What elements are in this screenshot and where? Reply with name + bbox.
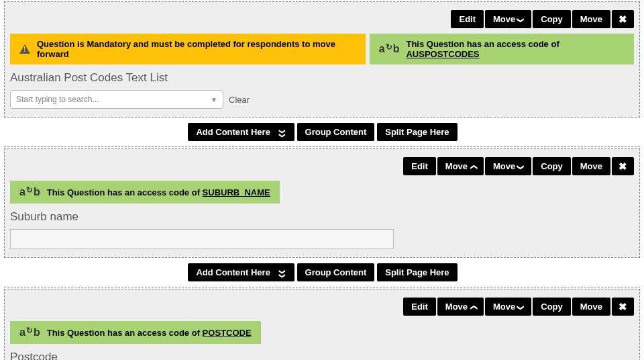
- chevron-down-icon: [518, 15, 523, 24]
- edit-button[interactable]: Edit: [451, 10, 484, 28]
- access-code-text: This Question has an access code of SUBU…: [47, 187, 270, 197]
- access-code-text: This Question has an access code of AUSP…: [406, 39, 625, 59]
- close-button[interactable]: ✖: [612, 157, 634, 175]
- access-code-icon: a↻b: [19, 326, 40, 339]
- question-section-3: Edit Move Move Copy Move ✖ a↻b This Ques…: [4, 289, 640, 360]
- warning-icon: [19, 44, 30, 54]
- question-title: Suburb name: [10, 210, 634, 224]
- copy-button[interactable]: Copy: [533, 157, 571, 175]
- split-page-button[interactable]: Split Page Here: [377, 123, 457, 141]
- banner-row: a↻b This Question has an access code of …: [10, 181, 634, 204]
- question-section-2: Edit Move Move Copy Move ✖ a↻b This Ques…: [4, 148, 640, 258]
- chevron-down-icon: [518, 162, 523, 171]
- mandatory-text: Question is Mandatory and must be comple…: [37, 39, 356, 59]
- banner-row: a↻b This Question has an access code of …: [10, 321, 634, 344]
- insert-actions-row: Add Content Here Group Content Split Pag…: [4, 258, 640, 287]
- edit-button[interactable]: Edit: [403, 298, 436, 316]
- suburb-name-input[interactable]: [10, 229, 394, 249]
- question-toolbar: Edit Move Copy Move ✖: [10, 7, 634, 34]
- clear-link[interactable]: Clear: [229, 95, 250, 105]
- double-chevron-down-icon: [278, 267, 286, 277]
- move-button[interactable]: Move: [572, 157, 610, 175]
- group-content-button[interactable]: Group Content: [297, 123, 375, 141]
- group-content-button[interactable]: Group Content: [297, 263, 375, 281]
- insert-actions-row: Add Content Here Group Content Split Pag…: [4, 118, 640, 147]
- banner-row: Question is Mandatory and must be comple…: [10, 34, 634, 64]
- edit-button[interactable]: Edit: [403, 157, 436, 175]
- split-page-button[interactable]: Split Page Here: [377, 263, 457, 281]
- close-icon: ✖: [619, 15, 627, 24]
- double-chevron-down-icon: [278, 127, 286, 137]
- chevron-up-icon: [470, 302, 476, 312]
- move-button[interactable]: Move: [572, 10, 610, 28]
- search-row: Start typing to search... ▼ Clear: [10, 90, 634, 109]
- close-icon: ✖: [619, 162, 627, 171]
- access-code-icon: a↻b: [379, 43, 400, 55]
- move-up-button[interactable]: Move: [437, 157, 484, 175]
- search-combobox[interactable]: Start typing to search... ▼: [10, 90, 223, 109]
- question-toolbar: Edit Move Move Copy Move ✖: [10, 295, 634, 321]
- add-content-button[interactable]: Add Content Here: [188, 123, 294, 141]
- move-up-button[interactable]: Move: [437, 298, 484, 316]
- close-button[interactable]: ✖: [612, 298, 634, 316]
- mandatory-banner: Question is Mandatory and must be comple…: [10, 34, 366, 64]
- access-code-link[interactable]: SUBURB_NAME: [203, 187, 270, 197]
- add-content-button[interactable]: Add Content Here: [188, 263, 294, 281]
- access-code-icon: a↻b: [19, 186, 40, 198]
- copy-button[interactable]: Copy: [533, 10, 571, 28]
- chevron-up-icon: [470, 162, 476, 171]
- access-code-banner: a↻b This Question has an access code of …: [370, 34, 634, 64]
- caret-down-icon: ▼: [211, 96, 217, 103]
- move-button[interactable]: Move: [572, 298, 610, 316]
- access-code-text: This Question has an access code of POST…: [47, 328, 252, 338]
- access-code-banner: a↻b This Question has an access code of …: [10, 181, 280, 204]
- question-section-1: Edit Move Copy Move ✖ Question is Mandat…: [4, 1, 640, 118]
- question-title: Postcode: [10, 351, 634, 360]
- access-code-link[interactable]: AUSPOSTCODES: [406, 49, 479, 59]
- move-down-button[interactable]: Move: [485, 157, 531, 175]
- close-icon: ✖: [619, 302, 627, 311]
- question-toolbar: Edit Move Move Copy Move ✖: [10, 154, 634, 181]
- access-code-link[interactable]: POSTCODE: [203, 328, 252, 338]
- move-down-button[interactable]: Move: [485, 10, 531, 28]
- copy-button[interactable]: Copy: [533, 298, 571, 316]
- search-placeholder: Start typing to search...: [16, 95, 99, 104]
- move-down-button[interactable]: Move: [485, 298, 531, 316]
- chevron-down-icon: [518, 302, 523, 312]
- question-title: Australian Post Codes Text List: [10, 71, 634, 85]
- close-button[interactable]: ✖: [612, 10, 634, 28]
- access-code-banner: a↻b This Question has an access code of …: [10, 321, 261, 344]
